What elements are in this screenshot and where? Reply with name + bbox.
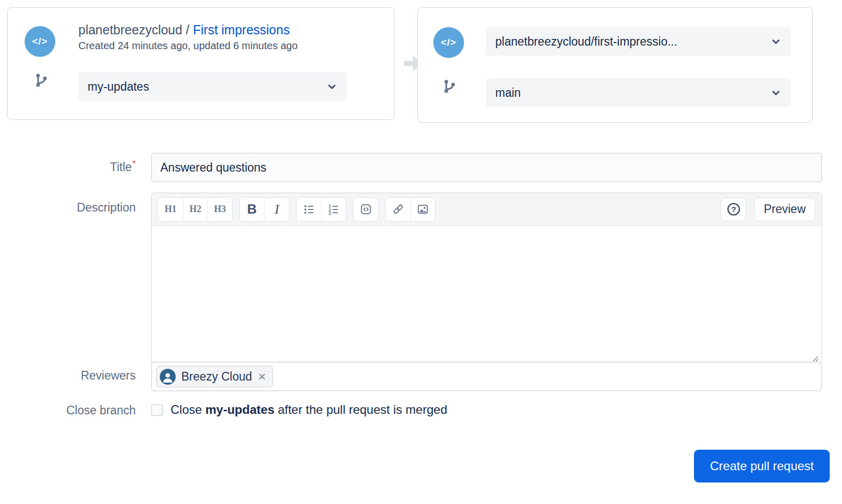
image-button[interactable]	[410, 198, 435, 221]
question-circle-icon: ?	[726, 202, 741, 217]
source-repo-avatar: </>	[25, 26, 55, 57]
close-branch-text: Close my-updates after the pull request …	[171, 403, 447, 417]
svg-text:3: 3	[329, 211, 331, 216]
link-button[interactable]	[386, 198, 410, 221]
reviewer-name: Breezy Cloud	[181, 370, 252, 384]
chevron-down-icon	[769, 35, 783, 48]
bullet-list-icon	[303, 203, 315, 216]
editor-toolbar: H1 H2 H3 B I	[152, 193, 822, 226]
heading-button-group: H1 H2 H3	[158, 197, 233, 222]
destination-branch-select[interactable]: main	[486, 78, 791, 107]
italic-button[interactable]: I	[264, 198, 289, 221]
destination-repo-select[interactable]: planetbreezycloud/first-impressio...	[486, 27, 791, 56]
text-style-button-group: B I	[239, 197, 289, 222]
code-block-button[interactable]	[353, 198, 378, 221]
create-pull-request-button[interactable]: Create pull request	[694, 450, 830, 482]
description-label: Description	[0, 201, 136, 215]
title-input[interactable]	[151, 153, 822, 182]
help-button[interactable]: ?	[721, 198, 746, 221]
heading3-button[interactable]: H3	[207, 198, 232, 221]
user-icon	[161, 371, 174, 384]
preview-button[interactable]: Preview	[754, 198, 815, 221]
close-branch-name: my-updates	[205, 403, 275, 416]
code-button-group	[353, 197, 378, 222]
close-branch-label: Close branch	[0, 404, 136, 417]
numbered-list-button[interactable]: 1 2 3	[321, 198, 346, 221]
source-repo-header: planetbreezycloud / First impressions Cr…	[78, 21, 298, 52]
reviewer-avatar	[160, 369, 176, 385]
chevron-down-icon	[325, 80, 339, 93]
destination-repo-value: planetbreezycloud/first-impressio...	[495, 35, 677, 49]
reviewer-chip: Breezy Cloud ×	[156, 366, 273, 387]
required-marker: *	[132, 159, 136, 169]
remove-reviewer-icon[interactable]: ×	[258, 371, 266, 382]
toolbar-right-group: ? Preview	[721, 198, 815, 221]
resize-grip-icon[interactable]	[810, 353, 819, 362]
heading2-button[interactable]: H2	[183, 198, 207, 221]
source-repo-title: planetbreezycloud / First impressions	[78, 21, 298, 38]
reviewers-label: Reviewers	[0, 369, 136, 383]
image-icon	[416, 203, 429, 216]
link-icon	[392, 203, 405, 216]
source-branch-value: my-updates	[88, 80, 149, 94]
description-editor: H1 H2 H3 B I	[151, 193, 822, 365]
title-label: Title*	[0, 159, 136, 174]
svg-text:?: ?	[731, 205, 736, 214]
branch-icon	[33, 72, 50, 89]
source-branch-select[interactable]: my-updates	[78, 72, 347, 101]
source-repo-meta: Created 24 minutes ago, updated 6 minute…	[78, 40, 298, 52]
destination-repo-avatar: </>	[433, 27, 464, 58]
create-pull-request-page: </> planetbreezycloud / First impression…	[0, 0, 842, 504]
bold-button[interactable]: B	[240, 198, 264, 221]
bullet-list-button[interactable]	[297, 198, 321, 221]
description-textarea[interactable]	[152, 226, 822, 364]
close-branch-checkbox[interactable]	[151, 404, 163, 416]
repo-title-separator: /	[182, 23, 193, 37]
destination-branch-value: main	[495, 86, 521, 100]
chevron-down-icon	[769, 86, 783, 99]
source-repo-link[interactable]: First impressions	[193, 23, 290, 37]
code-icon: </>	[441, 37, 456, 48]
list-button-group: 1 2 3	[296, 197, 346, 222]
numbered-list-icon: 1 2 3	[327, 203, 340, 216]
branch-icon	[441, 78, 458, 95]
reviewers-input[interactable]: Breezy Cloud ×	[151, 362, 822, 391]
media-button-group	[385, 197, 435, 222]
source-repo-owner: planetbreezycloud	[78, 23, 182, 37]
destination-repo-card: </> planetbreezycloud/first-impressio...…	[417, 7, 813, 123]
heading1-button[interactable]: H1	[158, 198, 183, 221]
toolbar-format-groups: H1 H2 H3 B I	[158, 197, 435, 222]
code-icon	[360, 203, 372, 216]
code-icon: </>	[32, 36, 48, 47]
source-repo-card: </> planetbreezycloud / First impression…	[7, 7, 394, 120]
